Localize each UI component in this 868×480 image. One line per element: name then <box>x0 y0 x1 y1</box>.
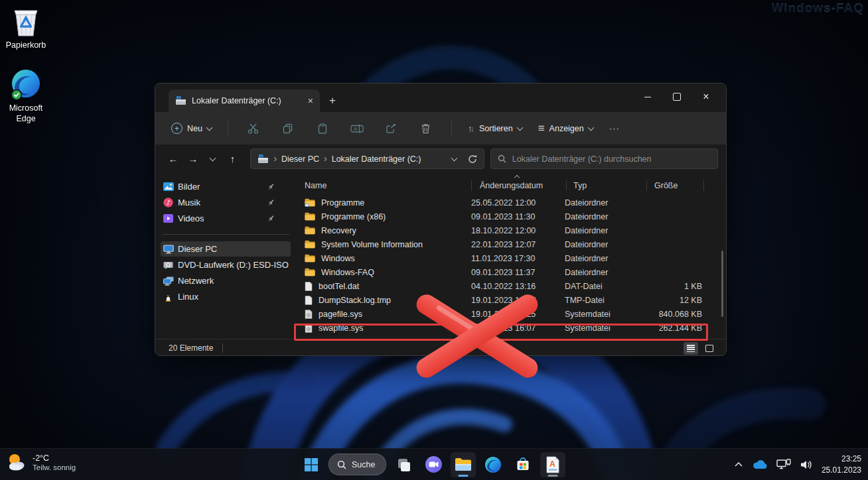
column-divider[interactable] <box>646 180 647 191</box>
column-header-type[interactable]: Typ <box>573 178 587 193</box>
explorer-tab[interactable]: Lokaler Datenträger (C:) × <box>169 90 320 112</box>
sidebar-item-dvd-drive[interactable]: DVD-Laufwerk (D:) ESD-ISO <box>161 257 291 272</box>
file-row[interactable]: Windows-FAQ09.01.2023 11:37Dateiordner <box>296 265 713 279</box>
file-type: Dateiordner <box>565 226 646 235</box>
taskbar-search[interactable]: Suche <box>328 453 386 475</box>
close-button[interactable]: × <box>691 86 721 107</box>
file-type: Dateiordner <box>565 212 646 221</box>
tab-close-icon[interactable]: × <box>308 96 313 105</box>
crumb-dieser-pc[interactable]: Dieser PC <box>281 154 319 164</box>
back-button[interactable]: ← <box>163 153 183 164</box>
recent-locations-button[interactable] <box>203 158 223 160</box>
volume-icon[interactable] <box>800 459 813 470</box>
refresh-icon[interactable] <box>468 154 477 164</box>
large-icons-view-button[interactable] <box>702 342 717 355</box>
delete-button[interactable] <box>410 123 442 134</box>
weather-widget[interactable]: -2°C Teilw. sonnig <box>5 452 76 472</box>
details-view-button[interactable] <box>684 342 698 355</box>
file-explorer-button[interactable] <box>451 452 476 477</box>
start-button[interactable] <box>299 452 324 477</box>
file-row[interactable]: Programme25.05.2022 12:00Dateiordner <box>296 196 713 210</box>
taskbar-clock[interactable]: 23:25 25.01.2023 <box>822 453 861 475</box>
file-size: 12 KB <box>646 296 702 305</box>
weather-icon <box>5 452 27 472</box>
column-header-date[interactable]: Änderungsdatum <box>480 178 543 193</box>
folder-icon <box>305 212 315 221</box>
column-header-size[interactable]: Größe <box>654 178 678 193</box>
file-row[interactable]: Windows11.01.2023 17:30Dateiordner <box>296 251 713 265</box>
file-row[interactable]: Programme (x86)09.01.2023 11:30Dateiordn… <box>296 210 713 223</box>
file-row[interactable]: System Volume Information22.01.2023 12:0… <box>296 237 713 251</box>
column-divider[interactable] <box>703 180 704 191</box>
network-icon <box>163 276 174 286</box>
paste-button[interactable] <box>307 123 338 134</box>
file-icon <box>305 282 313 291</box>
file-name: Windows-FAQ <box>321 268 374 277</box>
file-name: Programme <box>321 198 364 208</box>
column-divider[interactable] <box>566 180 567 191</box>
sidebar-item-linux[interactable]: Linux <box>161 289 291 304</box>
search-box[interactable] <box>490 149 718 169</box>
store-icon <box>515 457 531 473</box>
onedrive-icon[interactable] <box>752 459 768 469</box>
more-button[interactable]: ··· <box>603 119 626 137</box>
sidebar-item-label: Netzwerk <box>178 276 214 286</box>
column-divider[interactable] <box>471 180 472 191</box>
chat-icon <box>425 455 443 473</box>
file-type: Dateiordner <box>565 198 646 208</box>
rename-icon: A <box>350 123 364 134</box>
address-breadcrumb[interactable]: › Dieser PC › Lokaler Datenträger (C:) <box>250 149 484 169</box>
copy-icon <box>283 123 293 134</box>
cut-button[interactable] <box>238 123 269 134</box>
crumb-separator-icon: › <box>273 154 277 163</box>
sidebar-item-netzwerk[interactable]: Netzwerk <box>161 273 291 288</box>
view-button-label: Anzeigen <box>549 124 584 133</box>
window-controls: × <box>633 86 721 107</box>
sidebar-item-videos[interactable]: Videos <box>161 211 291 226</box>
new-tab-icon[interactable]: + <box>329 94 336 107</box>
search-input[interactable] <box>511 154 711 164</box>
edge-icon <box>484 456 502 473</box>
file-name: Programme (x86) <box>321 212 386 221</box>
file-date: 09.01.2023 11:37 <box>471 268 565 277</box>
folder-icon <box>305 254 315 263</box>
view-button[interactable]: ≡ Anzeigen <box>532 119 600 138</box>
new-button[interactable]: + Neu <box>165 119 218 138</box>
minimize-button[interactable] <box>633 86 662 107</box>
vertical-scrollbar[interactable] <box>721 251 723 317</box>
file-size: 1 KB <box>646 282 702 291</box>
file-icon <box>305 296 313 305</box>
watermark: Windows-FAQ <box>771 1 864 16</box>
share-button[interactable] <box>376 123 407 134</box>
sidebar-item-musik[interactable]: ♪ Musik <box>161 195 291 210</box>
edge-button[interactable] <box>480 452 506 477</box>
tab-title: Lokaler Datenträger (C:) <box>192 96 303 105</box>
folder-icon <box>305 268 315 276</box>
column-header-name[interactable]: Name <box>305 178 326 193</box>
network-icon[interactable] <box>776 459 791 470</box>
task-view-button[interactable] <box>391 452 416 477</box>
taskbar-center: Suche <box>299 449 565 480</box>
maximize-button[interactable] <box>662 86 691 107</box>
sidebar-item-label: Musik <box>178 198 200 208</box>
file-row[interactable]: Recovery18.10.2022 12:00Dateiordner <box>296 223 713 237</box>
up-button[interactable]: ↑ <box>223 153 243 164</box>
desktop-icon-edge[interactable]: Microsoft Edge <box>1 68 51 124</box>
sidebar-item-dieser-pc[interactable]: Dieser PC <box>161 241 291 257</box>
file-row[interactable]: bootTel.dat04.10.2022 13:16DAT-Datei1 KB <box>296 279 713 293</box>
chat-button[interactable] <box>421 452 446 477</box>
file-date: 25.05.2022 12:00 <box>471 198 565 208</box>
rename-button[interactable]: A <box>341 123 373 134</box>
crumb-drive-c[interactable]: Lokaler Datenträger (C:) <box>332 154 421 164</box>
desktop-icon-recycle-bin[interactable]: Papierkorb <box>1 7 51 51</box>
wordpad-button[interactable]: A <box>540 452 565 477</box>
copy-button[interactable] <box>272 123 304 134</box>
taskbar-search-label: Suche <box>352 460 375 469</box>
sort-button[interactable]: ↑↓ Sortieren <box>461 119 529 137</box>
store-button[interactable] <box>510 452 536 477</box>
sidebar-item-bilder[interactable]: Bilder <box>161 179 291 194</box>
forward-button[interactable]: → <box>183 153 203 164</box>
tray-chevron-up-icon[interactable] <box>734 461 743 467</box>
svg-text:A: A <box>354 126 358 132</box>
address-dropdown-icon[interactable] <box>451 154 457 161</box>
